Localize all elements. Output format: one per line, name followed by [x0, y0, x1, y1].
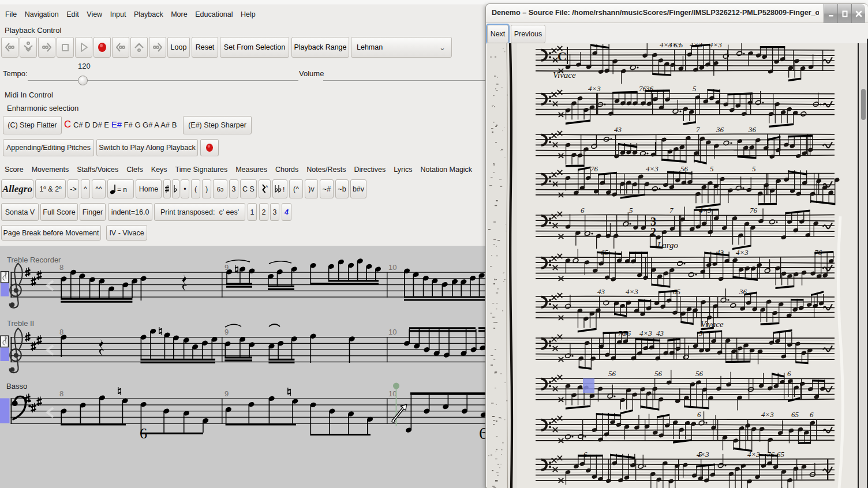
svg-text:9: 9 [225, 328, 229, 336]
svg-text:5: 5 [693, 84, 697, 93]
svg-text:36: 36 [716, 125, 724, 134]
svg-text:Largo: Largo [657, 241, 679, 250]
svg-text:56: 56 [654, 369, 663, 378]
svg-text:10: 10 [388, 328, 396, 336]
svg-text:5: 5 [752, 164, 756, 173]
svg-text:4×3: 4×3 [660, 43, 672, 49]
svg-text:C: C [558, 49, 567, 63]
svg-text:4×3: 4×3 [747, 450, 760, 459]
svg-text:6: 6 [787, 369, 791, 378]
svg-text:76: 76 [767, 450, 775, 459]
svg-text:^: ^ [265, 185, 268, 190]
svg-text:65: 65 [791, 410, 799, 419]
svg-text:8: 8 [59, 389, 63, 398]
svg-text:6: 6 [140, 425, 147, 442]
svg-text:Vivace: Vivace [701, 320, 724, 329]
svg-text:4×3: 4×3 [626, 287, 638, 296]
svg-text:7: 7 [669, 206, 674, 215]
svg-text:56: 56 [695, 369, 704, 378]
svg-text:4×3: 4×3 [646, 164, 659, 173]
svg-text:4×3: 4×3 [709, 43, 722, 49]
svg-text:76: 76 [590, 164, 598, 173]
svg-text:5: 5 [698, 450, 702, 459]
svg-text:4×3: 4×3 [736, 248, 749, 257]
svg-text:5: 5 [710, 164, 714, 173]
svg-text:43: 43 [614, 125, 622, 134]
svg-text:56: 56 [680, 164, 689, 173]
svg-text:4×3: 4×3 [588, 84, 601, 93]
svg-text:9: 9 [225, 389, 229, 398]
svg-text:4×3: 4×3 [761, 410, 774, 419]
svg-text:!: ! [283, 186, 285, 194]
svg-text:Basso: Basso [6, 382, 27, 391]
svg-text:Vivace: Vivace [553, 70, 576, 80]
svg-text:7: 7 [696, 125, 700, 134]
svg-text:6: 6 [810, 410, 814, 419]
svg-text:56: 56 [608, 369, 616, 378]
svg-text:8: 8 [59, 328, 63, 336]
svg-text:Treble Recorder: Treble Recorder [7, 256, 61, 264]
svg-text:43: 43 [597, 287, 605, 296]
svg-text:36: 36 [748, 125, 757, 134]
svg-text:43: 43 [656, 329, 664, 337]
svg-text:2: 2 [650, 226, 656, 238]
svg-text:10: 10 [388, 389, 396, 398]
svg-text:10: 10 [388, 263, 396, 272]
svg-text:8: 8 [59, 263, 63, 272]
svg-text:76: 76 [750, 206, 758, 215]
svg-text:= n: = n [117, 186, 127, 194]
svg-text:Treble II: Treble II [7, 319, 34, 328]
svg-text:5: 5 [629, 206, 633, 215]
svg-text:4×3: 4×3 [639, 329, 652, 337]
svg-text:6: 6 [581, 206, 585, 215]
svg-text:6: 6 [697, 410, 701, 419]
